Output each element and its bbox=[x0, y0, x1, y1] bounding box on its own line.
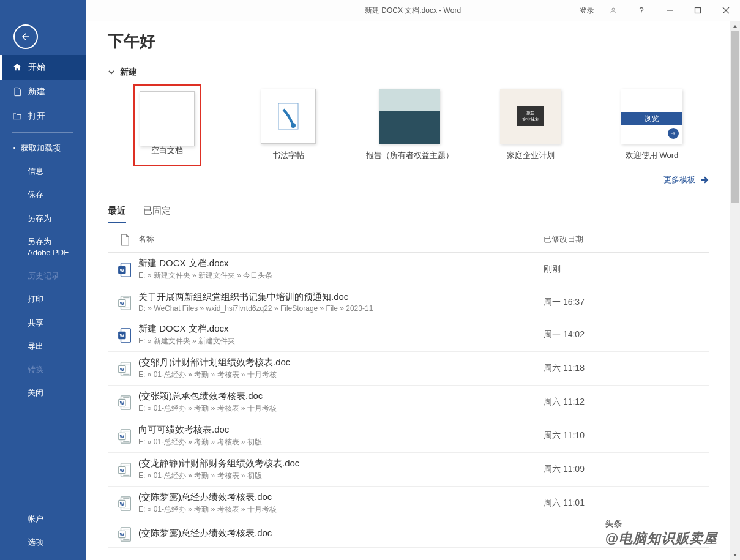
file-row[interactable]: W (交邬丹)计财部计划组绩效考核表.doc E: » 01-总经办 » 考勤 … bbox=[108, 352, 709, 386]
scrollbar[interactable] bbox=[730, 21, 740, 560]
template-label: 欢迎使用 Word bbox=[626, 150, 678, 161]
nav-options[interactable]: 选项 bbox=[0, 531, 86, 560]
minimize-button[interactable] bbox=[656, 0, 684, 21]
file-path: D: » WeChat Files » wxid_hsi7lvrtd6zq22 … bbox=[138, 304, 544, 313]
nav-export[interactable]: 导出 bbox=[0, 335, 86, 358]
file-name: (交张颖)总承包绩效考核表.doc bbox=[138, 390, 544, 402]
svg-text:W: W bbox=[120, 367, 124, 372]
scroll-up-button[interactable] bbox=[730, 21, 740, 31]
nav-open[interactable]: 打开 bbox=[0, 104, 86, 129]
word-doc-icon: W bbox=[114, 294, 136, 311]
nav-account[interactable]: 帐户 bbox=[0, 507, 86, 531]
app-window: 开始 新建 打开 获取加载项 信息 保存 另存为 另存为 Adobe PDF 历… bbox=[0, 0, 740, 560]
file-row[interactable]: W 向可可绩效考核表.doc E: » 01-总经办 » 考勤 » 考核表 » … bbox=[108, 419, 709, 453]
template-report[interactable]: 报告（所有者权益主题） bbox=[357, 89, 462, 162]
login-button[interactable]: 登录 bbox=[575, 0, 599, 21]
template-label: 书法字帖 bbox=[272, 150, 304, 161]
word-doc-icon: W bbox=[114, 461, 136, 478]
maximize-button[interactable] bbox=[684, 0, 712, 21]
nav-info[interactable]: 信息 bbox=[0, 160, 86, 183]
browse-label: 浏览 bbox=[621, 112, 682, 125]
template-welcome-word[interactable]: 浏览 欢迎使用 Word bbox=[600, 89, 704, 162]
word-doc-icon: W bbox=[114, 525, 136, 542]
svg-text:W: W bbox=[120, 532, 124, 537]
backstage-sidebar: 开始 新建 打开 获取加载项 信息 保存 另存为 另存为 Adobe PDF 历… bbox=[0, 0, 86, 560]
nav-save-as[interactable]: 另存为 bbox=[0, 207, 86, 230]
close-button[interactable] bbox=[712, 0, 740, 21]
template-label: 家庭企业计划 bbox=[507, 150, 555, 161]
file-name: (交陈梦露)总经办绩效考核表.doc bbox=[138, 528, 544, 539]
nav-start[interactable]: 开始 bbox=[0, 55, 86, 80]
recent-tabs: 最近 已固定 bbox=[108, 203, 715, 223]
chevron-down-icon bbox=[108, 69, 115, 76]
file-date: 周六 11:18 bbox=[544, 363, 709, 374]
file-text: (交邬丹)计财部计划组绩效考核表.doc E: » 01-总经办 » 考勤 » … bbox=[136, 357, 544, 380]
nav-print[interactable]: 打印 bbox=[0, 288, 86, 311]
svg-text:W: W bbox=[120, 468, 124, 473]
new-section-label: 新建 bbox=[120, 67, 137, 78]
account-icon-button[interactable] bbox=[599, 0, 627, 21]
file-name: 新建 DOCX 文档.docx bbox=[138, 258, 544, 269]
greeting: 下午好 bbox=[108, 31, 715, 52]
template-blank-doc[interactable]: 空白文档 bbox=[115, 89, 219, 162]
templates-row: 空白文档 书法字帖 报告（所有者权益主题） 报告专业规划 bbox=[115, 89, 715, 162]
file-date: 周一 16:37 bbox=[544, 297, 709, 308]
nav-addins[interactable]: 获取加载项 bbox=[0, 136, 86, 160]
file-text: 向可可绩效考核表.doc E: » 01-总经办 » 考勤 » 考核表 » 初版 bbox=[136, 424, 544, 447]
template-label: 报告（所有者权益主题） bbox=[366, 150, 454, 161]
file-date: 周六 11:12 bbox=[544, 397, 709, 408]
help-button[interactable]: ? bbox=[627, 0, 656, 21]
content-scroll[interactable]: 下午好 新建 空白文档 书法字帖 bbox=[86, 21, 730, 560]
template-calligraphy[interactable]: 书法字帖 bbox=[236, 89, 340, 162]
nav-history: 历史记录 bbox=[0, 264, 86, 288]
file-text: (交张颖)总承包绩效考核表.doc E: » 01-总经办 » 考勤 » 考核表… bbox=[136, 390, 544, 414]
nav-save-as-pdf[interactable]: 另存为 Adobe PDF bbox=[0, 230, 86, 264]
minimize-icon bbox=[666, 7, 673, 14]
file-row[interactable]: W (交张颖)总承包绩效考核表.doc E: » 01-总经办 » 考勤 » 考… bbox=[108, 386, 709, 419]
scroll-down-button[interactable] bbox=[730, 550, 740, 560]
more-templates-link[interactable]: 更多模板 bbox=[108, 174, 709, 185]
tab-recent[interactable]: 最近 bbox=[108, 203, 126, 223]
file-path: E: » 01-总经办 » 考勤 » 考核表 » 初版 bbox=[138, 437, 544, 447]
file-row[interactable]: W (交龙静静)计财部财务组绩效考核表.doc E: » 01-总经办 » 考勤… bbox=[108, 453, 709, 487]
file-text: (交陈梦露)总经办绩效考核表.doc E: » 01-总经办 » 考勤 » 考核… bbox=[136, 491, 544, 515]
nav-save[interactable]: 保存 bbox=[0, 183, 86, 206]
person-icon bbox=[610, 7, 617, 14]
nav-new-label: 新建 bbox=[28, 86, 45, 97]
nav-new[interactable]: 新建 bbox=[0, 80, 86, 104]
titlebar: 新建 DOCX 文档.docx - Word 登录 ? bbox=[86, 0, 740, 21]
file-row[interactable]: W 新建 DOCX 文档.docx E: » 新建文件夹 » 新建文件夹 » 今… bbox=[108, 253, 709, 286]
svg-rect-2 bbox=[695, 8, 701, 13]
file-list: W 新建 DOCX 文档.docx E: » 新建文件夹 » 新建文件夹 » 今… bbox=[108, 253, 715, 548]
nav-divider bbox=[12, 132, 73, 133]
file-row[interactable]: W 关于开展两新组织党组织书记集中培训的预通知.doc D: » WeChat … bbox=[108, 286, 709, 318]
brush-icon bbox=[276, 101, 301, 132]
template-family-business[interactable]: 报告专业规划 家庭企业计划 bbox=[479, 89, 583, 162]
file-date: 周六 11:01 bbox=[544, 498, 709, 509]
tab-pinned[interactable]: 已固定 bbox=[143, 203, 171, 223]
nav-close[interactable]: 关闭 bbox=[0, 381, 86, 405]
caret-up-icon bbox=[733, 24, 738, 29]
svg-point-0 bbox=[612, 8, 615, 10]
file-row[interactable]: W (交陈梦露)总经办绩效考核表.doc E: » 01-总经办 » 考勤 » … bbox=[108, 487, 709, 520]
file-text: (交龙静静)计财部财务组绩效考核表.doc E: » 01-总经办 » 考勤 »… bbox=[136, 458, 544, 481]
file-path: E: » 01-总经办 » 考勤 » 考核表 » 十月考核 bbox=[138, 504, 544, 515]
family-thumb: 报告专业规划 bbox=[500, 89, 561, 144]
file-path: E: » 新建文件夹 » 新建文件夹 bbox=[138, 336, 544, 346]
file-name: 向可可绩效考核表.doc bbox=[138, 424, 544, 436]
welcome-thumb: 浏览 bbox=[621, 89, 682, 144]
caret-down-icon bbox=[733, 553, 738, 558]
arrow-right-icon bbox=[700, 176, 709, 184]
file-list-header: 名称 已修改日期 bbox=[108, 226, 709, 253]
svg-text:W: W bbox=[120, 501, 124, 507]
file-row[interactable]: W 新建 DOCX 文档.docx E: » 新建文件夹 » 新建文件夹 周一 … bbox=[108, 318, 709, 352]
close-icon bbox=[722, 7, 730, 14]
scrollbar-thumb[interactable] bbox=[731, 31, 739, 203]
file-name: 关于开展两新组织党组织书记集中培训的预通知.doc bbox=[138, 291, 544, 303]
nav-share[interactable]: 共享 bbox=[0, 312, 86, 335]
back-button[interactable] bbox=[13, 24, 38, 49]
svg-marker-49 bbox=[733, 25, 737, 28]
new-section-header[interactable]: 新建 bbox=[108, 67, 715, 78]
svg-marker-50 bbox=[733, 554, 737, 556]
file-path: E: » 01-总经办 » 考勤 » 考核表 » 十月考核 bbox=[138, 370, 544, 380]
